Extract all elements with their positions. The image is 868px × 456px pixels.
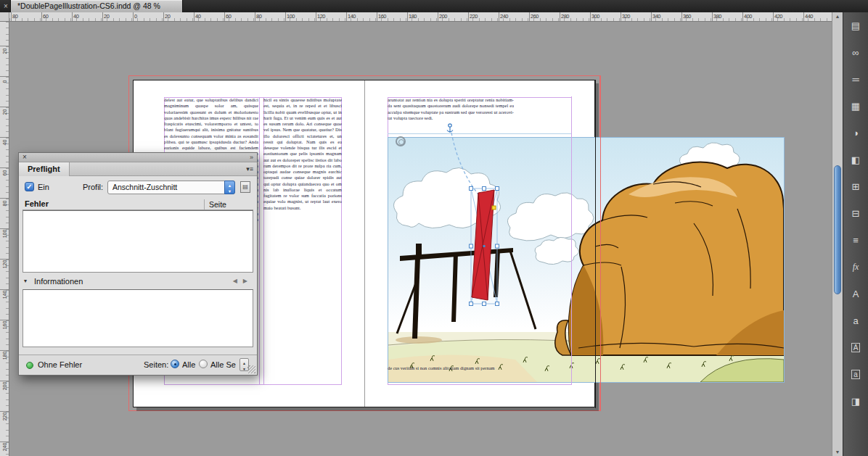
panel-dock: « ▤∞═▦◑◧⊞⊟≡fxAaAa◨ <box>843 0 868 456</box>
horizontal-ruler[interactable]: 8060402002040608010012014016018020022024… <box>9 12 832 22</box>
ruler-tick: 380 <box>712 12 713 22</box>
errors-column-header: Fehler <box>25 199 49 208</box>
pasteboard[interactable]: delest aut eatur, que soluptatibus delib… <box>9 22 832 456</box>
preflight-tab[interactable]: Preflight <box>19 162 70 176</box>
ruler-tick: 60 <box>41 12 42 22</box>
selection-overlay <box>392 109 515 326</box>
right-page-bottom-text[interactable]: de cus veritam si non comnis alitatiam d… <box>388 365 496 381</box>
disclosure-triangle-icon[interactable]: ▾ <box>24 278 27 284</box>
error-list-header: Fehler Seite <box>22 199 253 210</box>
info-nav-arrows: ◀ ▶ <box>233 278 247 284</box>
status-text: Ohne Fehler <box>38 360 82 369</box>
ruler-tick: 0 <box>0 76 9 77</box>
column-guide <box>259 97 260 385</box>
anchor-icon[interactable] <box>447 124 453 133</box>
character-styles-panel-icon[interactable]: a <box>843 361 868 388</box>
paragraph-styles-panel-icon[interactable]: A <box>843 334 868 361</box>
ruler-tick: 120 <box>316 12 316 22</box>
panel-title-bar[interactable]: × » <box>19 153 257 162</box>
align-panel-icon: ≡ <box>853 235 859 246</box>
color-panel-icon[interactable]: ◑ <box>843 120 868 146</box>
ruler-tick: 100 <box>0 228 9 229</box>
ruler-tick: 440 <box>803 12 804 22</box>
effects-panel-icon[interactable]: fx <box>843 254 868 281</box>
ruler-tick: 180 <box>407 12 408 22</box>
ruler-tick: 320 <box>621 12 621 22</box>
ruler-tick: 80 <box>255 12 255 22</box>
pages-panel-icon: ▤ <box>851 20 860 31</box>
document-tab[interactable]: *DoublePageIllustration-CS6.indd @ 48 % <box>10 0 183 12</box>
ruler-tick: 0 <box>133 12 134 22</box>
links-panel-icon: ∞ <box>852 47 859 58</box>
ruler-tick: 40 <box>194 12 195 22</box>
panel-resize-grip[interactable] <box>247 365 255 373</box>
ruler-tick: 240 <box>0 442 9 442</box>
character-panel-icon[interactable]: A <box>843 281 868 307</box>
info-disclosure-row[interactable]: ▾ Informationen ◀ ▶ <box>22 276 253 288</box>
glyphs-panel-icon[interactable]: a <box>843 307 868 334</box>
ruler-tick: 240 <box>499 12 499 22</box>
scroll-down-icon[interactable]: ▼ <box>832 449 843 455</box>
profile-dropdown-value: Anschnitt-Zuschnitt <box>112 183 177 191</box>
stroke-panel-icon[interactable]: ═ <box>843 66 868 93</box>
ruler-tick: 180 <box>0 350 9 351</box>
radio-all-label: Alle <box>182 360 195 369</box>
pages-label: Seiten: <box>144 360 168 369</box>
ruler-tick: 280 <box>560 12 560 22</box>
swatches-panel-icon: ▦ <box>851 101 860 112</box>
tab-close-icon[interactable]: × <box>4 1 8 11</box>
panel-collapse-icon[interactable]: » <box>250 153 253 162</box>
preflight-on-checkbox[interactable]: ✓ <box>25 182 34 191</box>
ruler-tick: 200 <box>0 381 9 381</box>
panel-close-icon[interactable]: × <box>22 153 27 162</box>
ruler-tick: 100 <box>285 12 286 22</box>
column-divider[interactable] <box>204 199 205 210</box>
radio-page-range[interactable] <box>199 360 208 368</box>
scrollbar-thumb[interactable] <box>834 165 841 294</box>
ruler-tick: 220 <box>0 411 9 412</box>
align-panel-icon[interactable]: ≡ <box>843 227 868 254</box>
ruler-tick: 200 <box>438 12 438 22</box>
panel-menu-icon[interactable]: ▾≡ <box>246 165 253 173</box>
bleed-guide-overlay <box>600 75 601 411</box>
error-list[interactable] <box>22 210 253 273</box>
pages-panel-icon[interactable]: ▤ <box>843 12 868 39</box>
paragraph-styles-panel-icon: A <box>851 343 861 352</box>
profile-dropdown[interactable]: Anschnitt-Zuschnitt ▲▼ <box>107 181 235 194</box>
ruler-tick: 420 <box>773 12 774 22</box>
document-tab-bar: × *DoublePageIllustration-CS6.indd @ 48 … <box>0 0 868 12</box>
layers-panel-icon: ⊟ <box>852 208 860 219</box>
center-point <box>483 245 486 247</box>
swatches-panel-icon[interactable]: ▦ <box>843 93 868 120</box>
ruler-tick: 20 <box>0 107 9 107</box>
ruler-origin-corner[interactable] <box>0 12 9 22</box>
gradient-panel-icon[interactable]: ◧ <box>843 146 868 173</box>
info-box[interactable] <box>22 289 253 347</box>
character-panel-icon: A <box>853 289 859 299</box>
links-panel-icon[interactable]: ∞ <box>843 39 868 66</box>
ruler-tick: 60 <box>224 12 225 22</box>
profile-label: Profil: <box>83 183 103 191</box>
ruler-tick: 220 <box>468 12 469 22</box>
left-page-text-column-2[interactable]: hicil ea sintis quaesse nditibus molupta… <box>263 97 342 386</box>
radio-all-pages[interactable] <box>171 360 179 368</box>
stroke-panel-icon: ═ <box>852 74 859 85</box>
ruler-tick: 400 <box>742 12 743 22</box>
nav-right-icon[interactable]: ▶ <box>243 278 247 284</box>
vertical-scrollbar[interactable]: ▲ ▼ <box>832 12 843 456</box>
ruler-tick: 20 <box>163 12 164 22</box>
yellow-corner-handle[interactable] <box>492 206 496 210</box>
text-wrap-panel-icon[interactable]: ◨ <box>843 388 868 415</box>
text-wrap-panel-icon: ◨ <box>851 396 860 407</box>
effects-panel-icon: fx <box>853 262 859 273</box>
page-column-header: Seite <box>209 200 226 209</box>
glyphs-panel-icon: a <box>853 315 858 326</box>
scroll-up-icon[interactable]: ▲ <box>832 14 843 19</box>
embed-profile-icon[interactable]: ▤ <box>240 181 250 193</box>
vertical-ruler[interactable]: 20020406080100120140160180200220240 <box>0 22 9 456</box>
layers-panel-icon[interactable]: ⊟ <box>843 200 868 227</box>
dropdown-stepper-icon[interactable]: ▲▼ <box>224 181 235 194</box>
table-panel-icon[interactable]: ⊞ <box>843 173 868 200</box>
ruler-tick: 20 <box>102 12 103 22</box>
nav-left-icon[interactable]: ◀ <box>233 278 237 284</box>
